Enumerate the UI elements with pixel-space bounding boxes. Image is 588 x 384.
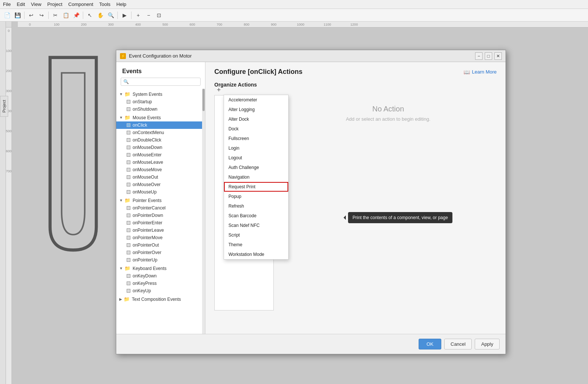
toolbar-zoom-in[interactable]: + bbox=[133, 10, 143, 20]
group-text-composition-events: ▶ 📁 Text Composition Events bbox=[116, 295, 202, 303]
config-header: Configure [onClick] Actions 📖 Learn More bbox=[214, 68, 497, 76]
dropdown-item-alter-logging[interactable]: Alter Logging bbox=[224, 105, 288, 114]
dropdown-item-refresh[interactable]: Refresh bbox=[224, 201, 288, 211]
learn-more-button[interactable]: 📖 Learn More bbox=[464, 69, 497, 75]
dropdown-item-fullscreen[interactable]: Fullscreen bbox=[224, 134, 288, 143]
tree-item-onmouseup[interactable]: onMouseUp bbox=[116, 188, 202, 196]
cancel-button[interactable]: Cancel bbox=[444, 339, 472, 349]
tree-item-ondoubleclick[interactable]: onDoubleClick bbox=[116, 136, 202, 144]
menu-edit[interactable]: Edit bbox=[17, 1, 25, 7]
menu-component[interactable]: Component bbox=[68, 1, 93, 7]
text-composition-events-arrow: ▶ bbox=[119, 297, 122, 301]
menu-tools[interactable]: Tools bbox=[99, 1, 110, 7]
group-text-composition-events-header[interactable]: ▶ 📁 Text Composition Events bbox=[116, 295, 202, 303]
dropdown-item-auth-challenge[interactable]: Auth Challenge bbox=[224, 163, 288, 172]
group-pointer-events-header[interactable]: ▼ 📁 Pointer Events bbox=[116, 196, 202, 204]
dropdown-item-logout[interactable]: Logout bbox=[224, 153, 288, 163]
group-system-events-header[interactable]: ▼ 📁 System Events bbox=[116, 90, 202, 98]
toolbar-save[interactable]: 💾 bbox=[13, 10, 22, 20]
actions-list: Accelerometer Alter Logging Alter Dock D… bbox=[214, 95, 274, 310]
tree-item-onpointercancel[interactable]: onPointerCancel bbox=[116, 204, 202, 212]
menu-view[interactable]: View bbox=[31, 1, 41, 7]
tree-item-onpointerdown[interactable]: onPointerDown bbox=[116, 212, 202, 219]
dropdown-item-scan-ndef-nfc[interactable]: Scan Ndef NFC bbox=[224, 221, 288, 230]
tree-item-onmouseleave[interactable]: onMouseLeave bbox=[116, 159, 202, 166]
keyboard-events-arrow: ▼ bbox=[119, 266, 123, 270]
dialog-maximize[interactable]: □ bbox=[485, 52, 492, 60]
onstartup-label: onStartup bbox=[133, 99, 152, 104]
toolbar-pan[interactable]: ✋ bbox=[95, 10, 105, 20]
toolbar-cut[interactable]: ✂ bbox=[51, 10, 60, 20]
onmousedown-label: onMouseDown bbox=[133, 145, 162, 150]
toolbar-play[interactable]: ▶ bbox=[120, 10, 129, 20]
toolbar-select[interactable]: ↖ bbox=[85, 10, 95, 20]
tree-item-onpointerleave[interactable]: onPointerLeave bbox=[116, 227, 202, 234]
onpointermove-icon bbox=[127, 236, 130, 240]
tree-item-onclick[interactable]: onClick bbox=[116, 121, 202, 129]
dialog-minimize[interactable]: − bbox=[475, 52, 483, 60]
ok-button[interactable]: OK bbox=[419, 339, 441, 349]
request-print-tooltip: Print the contents of a component, view,… bbox=[348, 212, 452, 223]
dropdown-item-dock[interactable]: Dock bbox=[224, 124, 288, 134]
dropdown-item-scan-barcode[interactable]: Scan Barcode bbox=[224, 211, 288, 221]
tree-item-onpointermove[interactable]: onPointerMove bbox=[116, 234, 202, 241]
tree-item-onstartup[interactable]: onStartup bbox=[116, 98, 202, 105]
tree-item-onmouseout[interactable]: onMouseOut bbox=[116, 173, 202, 181]
tree-item-onmousedown[interactable]: onMouseDown bbox=[116, 144, 202, 151]
onkeydown-icon bbox=[127, 274, 130, 278]
toolbar-paste[interactable]: 📌 bbox=[71, 10, 81, 20]
search-input[interactable] bbox=[130, 79, 198, 84]
tree-item-onkeypress[interactable]: onKeyPress bbox=[116, 280, 202, 287]
left-sidebar: Project bbox=[0, 22, 6, 384]
tree-item-onkeyup[interactable]: onKeyUp bbox=[116, 287, 202, 294]
menu-project[interactable]: Project bbox=[47, 1, 62, 7]
group-keyboard-events-header[interactable]: ▼ 📁 Keyboard Events bbox=[116, 264, 202, 272]
text-composition-events-folder-icon: 📁 bbox=[124, 296, 130, 302]
rv-200: 200 bbox=[6, 69, 12, 73]
toolbar-zoom-out[interactable]: − bbox=[144, 10, 153, 20]
tree-item-onpointerout[interactable]: onPointerOut bbox=[116, 241, 202, 249]
system-events-label: System Events bbox=[133, 92, 162, 97]
dropdown-item-login[interactable]: Login bbox=[224, 143, 288, 153]
onclick-label: onClick bbox=[133, 123, 147, 128]
toolbar-new[interactable]: 📄 bbox=[2, 10, 12, 20]
dropdown-item-theme[interactable]: Theme bbox=[224, 240, 288, 250]
tree-item-onshutdown[interactable]: onShutdown bbox=[116, 105, 202, 113]
tree-item-onmouseover[interactable]: onMouseOver bbox=[116, 181, 202, 188]
dialog-icon: ⚡ bbox=[120, 53, 126, 59]
tree-item-onkeydown[interactable]: onKeyDown bbox=[116, 272, 202, 280]
group-mouse-events-header[interactable]: ▼ 📁 Mouse Events bbox=[116, 114, 202, 121]
toolbar-fit[interactable]: ⊡ bbox=[154, 10, 164, 20]
content-area: Project 0 100 200 300 400 500 600 700 80… bbox=[0, 22, 588, 384]
tree-item-onpointerover[interactable]: onPointerOver bbox=[116, 249, 202, 256]
dropdown-item-alter-dock[interactable]: Alter Dock bbox=[224, 114, 288, 124]
tree-item-onmousemove[interactable]: onMouseMove bbox=[116, 166, 202, 173]
rv-700: 700 bbox=[6, 169, 12, 173]
dialog-close[interactable]: ✕ bbox=[494, 52, 502, 60]
toolbar-redo[interactable]: ↪ bbox=[37, 10, 46, 20]
project-tab[interactable]: Project bbox=[0, 96, 8, 117]
menu-file[interactable]: File bbox=[3, 1, 11, 7]
dropdown-item-request-print[interactable]: Request Print bbox=[224, 182, 288, 192]
tree-item-onpointerenter[interactable]: onPointerEnter bbox=[116, 219, 202, 227]
onpointerleave-icon bbox=[127, 228, 130, 232]
onpointermove-label: onPointerMove bbox=[133, 235, 163, 240]
onpointerenter-icon bbox=[127, 221, 130, 225]
events-scroll-thumb[interactable] bbox=[202, 89, 205, 111]
tree-item-oncontextmenu[interactable]: onContextMenu bbox=[116, 129, 202, 136]
menu-help[interactable]: Help bbox=[116, 1, 126, 7]
dropdown-item-popup[interactable]: Popup bbox=[224, 192, 288, 201]
events-scrollbar[interactable] bbox=[202, 89, 205, 334]
tree-item-onmouseenter[interactable]: onMouseEnter bbox=[116, 151, 202, 159]
ruler-tick-500: 500 bbox=[162, 23, 168, 26]
tree-item-onpointerup[interactable]: onPointerUp bbox=[116, 256, 202, 264]
dropdown-item-navigation[interactable]: Navigation bbox=[224, 172, 288, 182]
dropdown-item-accelerometer[interactable]: Accelerometer bbox=[224, 95, 288, 105]
add-action-button[interactable]: + bbox=[214, 85, 223, 94]
dropdown-item-script[interactable]: Script bbox=[224, 230, 288, 240]
toolbar-zoom[interactable]: 🔍 bbox=[106, 10, 116, 20]
toolbar-undo[interactable]: ↩ bbox=[26, 10, 36, 20]
apply-button[interactable]: Apply bbox=[475, 339, 500, 349]
dropdown-item-workstation-mode[interactable]: Workstation Mode bbox=[224, 250, 288, 259]
toolbar-copy[interactable]: 📋 bbox=[61, 10, 71, 20]
